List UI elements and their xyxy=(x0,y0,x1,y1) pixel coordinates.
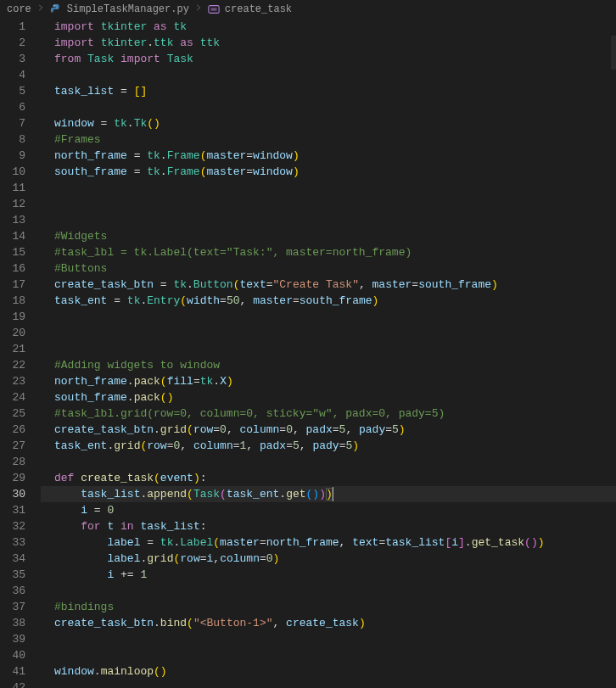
line-number: 24 xyxy=(0,389,25,406)
code-line[interactable]: create_task_btn.grid(row=0, column=0, pa… xyxy=(41,422,616,438)
breadcrumb-symbol[interactable]: create_task xyxy=(225,3,292,15)
line-number: 17 xyxy=(0,277,25,293)
code-line[interactable] xyxy=(41,341,616,357)
code-line[interactable]: create_task_btn.bind("<Button-1>", creat… xyxy=(41,615,616,631)
line-number: 12 xyxy=(0,196,25,212)
code-line[interactable] xyxy=(41,680,616,688)
code-line[interactable]: #Widgets xyxy=(41,228,616,244)
code-line[interactable]: #task_lbl.grid(row=0, column=0, sticky="… xyxy=(41,406,616,422)
code-line[interactable] xyxy=(41,325,616,341)
line-number-gutter[interactable]: 1234567891011121314151617181920212223242… xyxy=(0,19,41,688)
line-number: 15 xyxy=(0,244,25,260)
code-area[interactable]: import tkinter as tkimport tkinter.ttk a… xyxy=(41,19,616,688)
line-number: 16 xyxy=(0,260,25,277)
line-number: 13 xyxy=(0,212,25,228)
code-line[interactable]: i += 1 xyxy=(41,567,616,583)
code-line[interactable]: south_frame.pack() xyxy=(41,389,616,406)
line-number: 36 xyxy=(0,583,25,599)
line-number: 28 xyxy=(0,454,25,470)
code-line[interactable]: #task_lbl = tk.Label(text="Task:", maste… xyxy=(41,244,616,260)
line-number: 6 xyxy=(0,99,25,115)
line-number: 22 xyxy=(0,357,25,373)
code-line[interactable]: label.grid(row=i,column=0) xyxy=(41,551,616,567)
line-number: 26 xyxy=(0,422,25,438)
code-line[interactable]: create_task_btn = tk.Button(text="Create… xyxy=(41,277,616,293)
line-number: 34 xyxy=(0,551,25,567)
line-number: 2 xyxy=(0,35,25,51)
chevron-right-icon xyxy=(194,3,203,15)
code-line[interactable] xyxy=(41,583,616,599)
minimap-slider[interactable] xyxy=(611,36,616,70)
code-line[interactable] xyxy=(41,309,616,325)
line-number: 31 xyxy=(0,502,25,518)
code-line[interactable] xyxy=(41,647,616,663)
code-line[interactable] xyxy=(41,67,616,83)
code-line[interactable]: task_list = [] xyxy=(41,83,616,99)
code-line[interactable]: north_frame = tk.Frame(master=window) xyxy=(41,148,616,164)
code-line[interactable]: #Adding widgets to window xyxy=(41,357,616,373)
line-number: 1 xyxy=(0,19,25,35)
breadcrumb[interactable]: core SimpleTaskManager.py create_task xyxy=(0,0,616,19)
code-line[interactable]: from Task import Task xyxy=(41,51,616,67)
code-line[interactable]: i = 0 xyxy=(41,502,616,518)
code-line[interactable] xyxy=(41,99,616,115)
line-number: 30 xyxy=(0,486,25,502)
line-number: 38 xyxy=(0,615,25,631)
line-number: 21 xyxy=(0,341,25,357)
code-line[interactable] xyxy=(41,212,616,228)
line-number: 37 xyxy=(0,599,25,615)
code-line[interactable] xyxy=(41,631,616,647)
line-number: 33 xyxy=(0,534,25,551)
code-editor[interactable]: 1234567891011121314151617181920212223242… xyxy=(0,19,616,688)
code-line[interactable]: task_ent = tk.Entry(width=50, master=sou… xyxy=(41,293,616,309)
line-number: 5 xyxy=(0,83,25,99)
code-line[interactable] xyxy=(41,196,616,212)
line-number: 41 xyxy=(0,663,25,680)
breadcrumb-folder[interactable]: core xyxy=(7,3,31,15)
code-line[interactable] xyxy=(41,180,616,196)
line-number: 23 xyxy=(0,373,25,389)
line-number: 10 xyxy=(0,164,25,180)
chevron-right-icon xyxy=(36,3,45,15)
text-cursor xyxy=(333,487,333,501)
line-number: 32 xyxy=(0,518,25,534)
svg-point-0 xyxy=(53,5,54,6)
code-line[interactable]: #Frames xyxy=(41,131,616,148)
code-line[interactable]: label = tk.Label(master=north_frame, tex… xyxy=(41,534,616,551)
code-line[interactable]: window = tk.Tk() xyxy=(41,115,616,131)
line-number: 40 xyxy=(0,647,25,663)
line-number: 20 xyxy=(0,325,25,341)
line-number: 14 xyxy=(0,228,25,244)
line-number: 4 xyxy=(0,67,25,83)
code-line[interactable]: task_ent.grid(row=0, column=1, padx=5, p… xyxy=(41,438,616,454)
code-line[interactable]: south_frame = tk.Frame(master=window) xyxy=(41,164,616,180)
code-line[interactable]: window.mainloop() xyxy=(41,663,616,680)
code-line[interactable]: def create_task(event): xyxy=(41,470,616,486)
line-number: 29 xyxy=(0,470,25,486)
function-symbol-icon xyxy=(208,3,220,15)
code-line[interactable]: import tkinter.ttk as ttk xyxy=(41,35,616,51)
line-number: 11 xyxy=(0,180,25,196)
line-number: 9 xyxy=(0,148,25,164)
code-line[interactable] xyxy=(41,454,616,470)
svg-rect-2 xyxy=(210,8,216,11)
line-number: 18 xyxy=(0,293,25,309)
line-number: 7 xyxy=(0,115,25,131)
code-line[interactable]: import tkinter as tk xyxy=(41,19,616,35)
line-number: 3 xyxy=(0,51,25,67)
line-number: 25 xyxy=(0,406,25,422)
python-file-icon xyxy=(50,3,62,15)
code-line[interactable]: north_frame.pack(fill=tk.X) xyxy=(41,373,616,389)
line-number: 39 xyxy=(0,631,25,647)
breadcrumb-file[interactable]: SimpleTaskManager.py xyxy=(67,3,189,15)
code-line[interactable]: #bindings xyxy=(41,599,616,615)
line-number: 8 xyxy=(0,131,25,148)
line-number: 19 xyxy=(0,309,25,325)
line-number: 27 xyxy=(0,438,25,454)
line-number: 35 xyxy=(0,567,25,583)
code-line[interactable]: #Buttons xyxy=(41,260,616,277)
line-number: 42 xyxy=(0,680,25,688)
code-line[interactable]: task_list.append(Task(task_ent.get())) xyxy=(41,486,616,502)
code-line[interactable]: for t in task_list: xyxy=(41,518,616,534)
